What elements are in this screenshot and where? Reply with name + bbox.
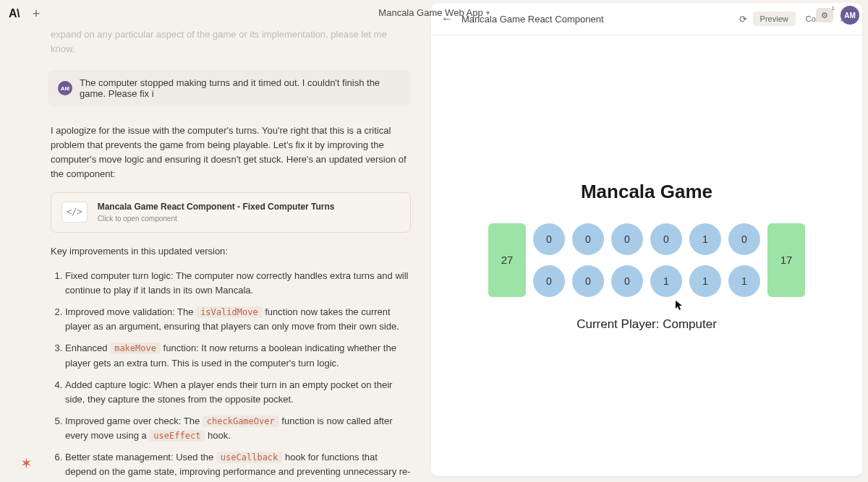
spark-icon: ✶ — [20, 455, 33, 472]
game-board: 27 000010 000111 17 — [446, 223, 848, 297]
opponent-row: 000010 — [533, 223, 760, 255]
pit[interactable]: 0 — [572, 265, 604, 297]
anthropic-logo: A\ — [9, 7, 20, 20]
tab-preview[interactable]: Preview — [753, 12, 796, 26]
current-player-label: Current Player: Computer — [446, 317, 848, 332]
code-icon: </> — [61, 202, 88, 223]
chevron-down-icon: ▾ — [486, 9, 490, 17]
pit: 1 — [689, 223, 721, 255]
new-chat-button[interactable]: + — [28, 6, 44, 22]
pit[interactable]: 1 — [650, 265, 682, 297]
conversation-title[interactable]: Mancala Game Web App ▾ — [378, 7, 489, 18]
pit[interactable]: 0 — [611, 265, 643, 297]
mancala-game: Mancala Game 27 000010 000111 17 Current… — [446, 181, 848, 332]
list-item: Enhanced makeMove function: It now retur… — [65, 341, 411, 370]
assistant-message: I apologize for the issue with the compu… — [51, 124, 411, 482]
previous-message-tail: expand on any particular aspect of the g… — [51, 27, 411, 56]
pit: 0 — [728, 223, 760, 255]
artifact-card[interactable]: </> Mancala Game React Component - Fixed… — [51, 192, 411, 233]
store-right: 17 — [767, 223, 805, 297]
pit: 0 — [650, 223, 682, 255]
player-row: 000111 — [533, 265, 760, 297]
improvements-list: Fixed computer turn logic: The computer … — [51, 269, 411, 482]
sliders-icon: ⚙ — [821, 11, 828, 20]
user-avatar[interactable]: AM — [841, 6, 859, 25]
user-avatar-small: AM — [58, 81, 72, 95]
pit: 0 — [611, 223, 643, 255]
list-item: Fixed computer turn logic: The computer … — [65, 269, 411, 298]
pit[interactable]: 1 — [728, 265, 760, 297]
list-item: Improved move validation: The isValidMov… — [65, 305, 411, 334]
list-item: Improved game over check: The checkGameO… — [65, 414, 411, 443]
pit: 0 — [572, 223, 604, 255]
artifact-panel: ← Mancala Game React Component ⟳ Preview… — [431, 3, 862, 476]
list-item: Better state management: Used the useCal… — [65, 450, 411, 482]
pit[interactable]: 1 — [689, 265, 721, 297]
user-message: AM The computer stopped making turns and… — [48, 70, 411, 106]
assistant-intro: I apologize for the issue with the compu… — [51, 124, 411, 182]
artifact-card-sub: Click to open component — [98, 213, 335, 225]
artifact-panel-title: Mancala Game React Component — [461, 14, 728, 25]
game-title: Mancala Game — [446, 181, 848, 203]
refresh-icon[interactable]: ⟳ — [736, 11, 750, 27]
notification-badge: 1 — [832, 5, 835, 12]
pit[interactable]: 0 — [533, 265, 565, 297]
list-item: Added capture logic: When a player ends … — [65, 378, 411, 407]
artifact-card-title: Mancala Game React Component - Fixed Com… — [98, 200, 335, 214]
settings-toggle[interactable]: ⚙ 1 — [816, 8, 833, 22]
store-left: 27 — [488, 223, 526, 297]
user-message-text: The computer stopped making turns and it… — [80, 77, 401, 99]
pit: 0 — [533, 223, 565, 255]
key-improvements-heading: Key improvements in this updated version… — [51, 244, 411, 259]
